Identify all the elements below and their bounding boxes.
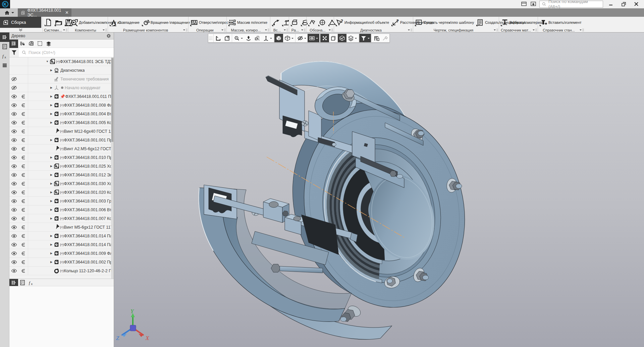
ribbon-button[interactable]: Вставить\nэлемент bbox=[539, 17, 583, 28]
strip-tree-button[interactable] bbox=[0, 33, 9, 42]
group-grip-icon[interactable] bbox=[582, 28, 584, 32]
expand-arrow[interactable]: ▶ bbox=[50, 95, 53, 98]
ribbon-button[interactable] bbox=[290, 17, 300, 28]
expand-arrow[interactable]: ▶ bbox=[50, 191, 53, 194]
group-caret-icon[interactable] bbox=[284, 30, 286, 32]
tree-item[interactable]: (+) Винт М5-6gх12 ГОСТ 11738-84 (1 bbox=[9, 223, 111, 232]
group-caret-icon[interactable] bbox=[580, 30, 582, 32]
expand-arrow[interactable]: ▶ bbox=[50, 252, 53, 255]
expand-arrow[interactable]: ▶ bbox=[50, 138, 53, 141]
visibility-toggle[interactable] bbox=[9, 223, 19, 231]
tree-item[interactable]: ▶ (+) ФХКТ.364418.001.003 Графитовое bbox=[9, 197, 111, 206]
tree-item[interactable]: ▶ 📌 ФХКТ.364418.001.011 Прокладка bbox=[9, 92, 111, 101]
ribbon-button[interactable]: Массив по\nсетке bbox=[227, 17, 269, 28]
group-caret-icon[interactable] bbox=[221, 30, 223, 32]
expand-arrow[interactable]: ▶ bbox=[50, 243, 53, 246]
tree-item[interactable]: ▶ (+) ФХКТ.364418.001.001 Прижим bbox=[9, 136, 111, 144]
visibility-toggle[interactable] bbox=[9, 153, 19, 162]
corner-axes-button[interactable] bbox=[214, 34, 223, 42]
crane-button[interactable] bbox=[372, 34, 381, 42]
ribbon-button[interactable]: Вращение-\nвращение bbox=[141, 17, 191, 28]
group-grip-icon[interactable] bbox=[496, 28, 498, 32]
visibility-toggle[interactable] bbox=[9, 197, 19, 205]
tree-item[interactable]: ▶ (+) ФХКТ.364418.001.030 Хомут bbox=[9, 179, 111, 188]
expand-arrow[interactable]: ▶ bbox=[50, 112, 53, 115]
expand-arrow[interactable]: ▶ bbox=[50, 261, 53, 264]
visibility-toggle[interactable] bbox=[9, 136, 19, 144]
group-caret-icon[interactable] bbox=[301, 30, 303, 32]
ribbon-button[interactable] bbox=[271, 17, 281, 28]
tree-view-structure-button[interactable] bbox=[9, 40, 18, 48]
group-grip-icon[interactable] bbox=[304, 28, 306, 32]
group-grip-icon[interactable] bbox=[66, 28, 67, 32]
group-grip-icon[interactable] bbox=[411, 28, 412, 32]
visibility-toggle[interactable] bbox=[9, 162, 19, 170]
visibility-toggle[interactable] bbox=[9, 75, 19, 83]
visibility-toggle[interactable] bbox=[9, 240, 19, 249]
expand-arrow[interactable]: ▶ bbox=[50, 121, 53, 124]
tree-item[interactable]: ▶ (+) ФХКТ.364418.001.006 Втулка зажи bbox=[9, 206, 111, 214]
visibility-toggle[interactable] bbox=[9, 171, 19, 179]
group-caret-icon[interactable] bbox=[63, 30, 65, 32]
visibility-toggle[interactable] bbox=[9, 206, 19, 214]
ribbon-button[interactable] bbox=[54, 17, 64, 28]
document-tab[interactable]: ФХКТ.364418.001 ЭС... ✕ bbox=[18, 8, 71, 17]
tree-item[interactable]: ▶ (+) ФХКТ.364418.001.002 Пружина (1 bbox=[9, 258, 111, 267]
tree-item[interactable]: ▼ (+) ФХКТ.364418.001 ЭСБ ТДУ-92 (Тел-0, bbox=[9, 57, 111, 66]
home-button[interactable] bbox=[0, 8, 18, 17]
cube-cut-button[interactable] bbox=[338, 34, 346, 42]
group-grip-icon[interactable] bbox=[268, 28, 269, 32]
group-grip-icon[interactable] bbox=[105, 28, 107, 32]
tree-item[interactable]: (+) Винт М12-6gх40 ГОСТ 11738-84 (1 bbox=[9, 127, 111, 136]
expand-arrow[interactable]: ▶ bbox=[50, 234, 53, 237]
orient-up-button[interactable] bbox=[244, 34, 253, 42]
tree-item[interactable]: ▶ (+) ФХКТ.364418.001.009 Фланец bbox=[9, 249, 111, 258]
minimize-button[interactable] bbox=[606, 0, 616, 8]
tree-scrollbar[interactable] bbox=[111, 57, 114, 279]
strip-fx-button[interactable] bbox=[0, 51, 9, 61]
ribbon-button[interactable]: Совпадение bbox=[109, 17, 141, 28]
tree-item[interactable]: ▶ Диагностика bbox=[9, 66, 111, 75]
tree-view-layers-button[interactable] bbox=[44, 40, 53, 48]
close-button[interactable] bbox=[631, 0, 641, 8]
dropper-button[interactable] bbox=[381, 34, 389, 42]
tree-view-components-button[interactable] bbox=[18, 40, 27, 48]
ribbon-collapse-chevron[interactable] bbox=[0, 28, 41, 32]
visibility-toggle[interactable] bbox=[9, 118, 19, 127]
visibility-toggle[interactable] bbox=[9, 57, 19, 66]
strip-params-button[interactable] bbox=[0, 42, 9, 51]
visibility-toggle[interactable] bbox=[9, 101, 19, 109]
command-search-input[interactable]: Поиск по командам (Alt+/) bbox=[539, 1, 603, 8]
expand-arrow[interactable]: ▼ bbox=[46, 60, 49, 63]
panel-tab-params[interactable] bbox=[18, 279, 27, 286]
tree-item[interactable]: ▶ (+) ФХКТ.364418.001.005 Кольцо плас bbox=[9, 118, 111, 127]
funnel-button[interactable] bbox=[359, 34, 371, 42]
tree-item[interactable]: ▶ Начало координат bbox=[9, 83, 111, 92]
tree-search-input[interactable]: Поиск (Ctrl+/) bbox=[19, 48, 114, 57]
grid-frame-button[interactable] bbox=[329, 34, 338, 42]
expand-arrow[interactable]: ▶ bbox=[50, 208, 53, 211]
group-caret-icon[interactable] bbox=[533, 30, 535, 32]
visibility-toggle[interactable] bbox=[9, 179, 19, 188]
mode-selector[interactable]: Сборка bbox=[0, 17, 41, 28]
group-caret-icon[interactable] bbox=[183, 30, 185, 32]
tree-item[interactable]: ▶ (+) ФХКТ.364418.001.007 Кольцо под bbox=[9, 214, 111, 223]
group-caret-icon[interactable] bbox=[265, 30, 267, 32]
group-grip-icon[interactable] bbox=[186, 28, 187, 32]
visibility-toggle[interactable] bbox=[9, 258, 19, 266]
tree-item[interactable]: ▶ (+) ФХКТ.364418.001.012 Эластомер bbox=[9, 171, 111, 179]
group-grip-icon[interactable] bbox=[286, 28, 288, 32]
strip-menu-button[interactable] bbox=[0, 61, 9, 70]
ribbon-button[interactable] bbox=[307, 17, 317, 28]
expand-arrow[interactable]: ▶ bbox=[50, 156, 53, 159]
tree-scrollbar-thumb[interactable] bbox=[111, 58, 113, 142]
ribbon-button[interactable]: Создать чертеж\nпо шаблону bbox=[414, 17, 475, 28]
visibility-toggle[interactable] bbox=[9, 83, 19, 92]
expand-arrow[interactable]: ▶ bbox=[50, 69, 53, 72]
visibility-toggle[interactable] bbox=[9, 214, 19, 223]
expand-arrow[interactable]: ▶ bbox=[50, 182, 53, 185]
group-caret-icon[interactable] bbox=[329, 30, 331, 32]
tab-close-icon[interactable]: ✕ bbox=[65, 10, 69, 15]
tree-item[interactable]: ▶ (+) ФХКТ.364418.001.014 Палец стоп bbox=[9, 240, 111, 249]
expand-arrow[interactable]: ▶ bbox=[50, 165, 53, 168]
